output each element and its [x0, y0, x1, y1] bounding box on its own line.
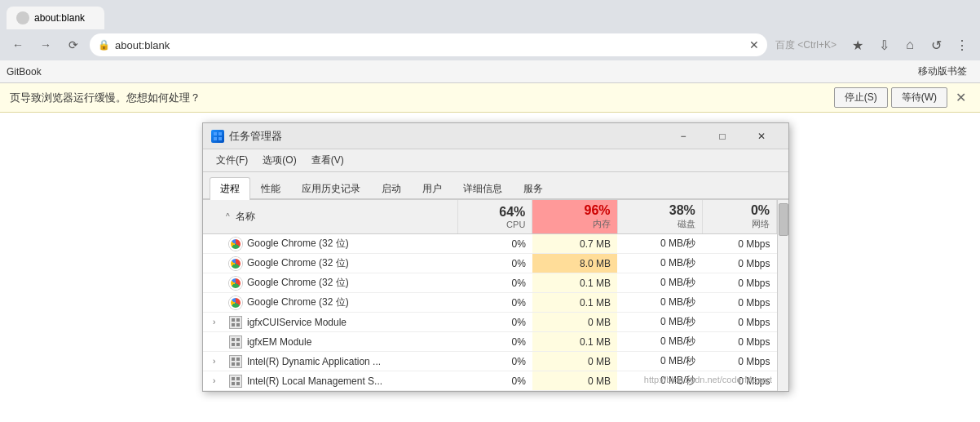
svg-rect-6 — [232, 323, 235, 326]
task-manager-window: 任务管理器 − □ ✕ 文件(F) 选项(O) 查看(V) 进程 性能 应用历史… — [202, 122, 789, 392]
cell-name: ›igfxCUIService Module — [203, 313, 458, 332]
col-header-name[interactable]: ^ 名称 — [203, 200, 458, 234]
window-app-icon — [211, 130, 224, 143]
address-text: about:blank — [115, 39, 744, 51]
cell-name: igfxEM Module — [203, 332, 458, 352]
cell-mem: 0 MB — [532, 371, 617, 391]
tab-bar: about:blank — [0, 0, 980, 29]
menu-view[interactable]: 查看(V) — [305, 151, 351, 170]
cell-net: 0 Mbps — [702, 313, 776, 332]
cell-cpu: 0% — [458, 332, 532, 352]
cell-cpu: 0% — [458, 352, 532, 371]
table-row[interactable]: Google Chrome (32 位)0%0.7 MB0 MB/秒0 Mbps — [203, 234, 777, 254]
tab-details[interactable]: 详细信息 — [452, 177, 513, 200]
col-header-cpu[interactable]: 64% CPU — [458, 200, 532, 234]
net-label: 网络 — [709, 218, 770, 230]
maximize-button[interactable]: □ — [704, 126, 741, 147]
mem-label: 内存 — [539, 218, 610, 230]
app-icon — [229, 335, 242, 349]
window-tabs: 进程 性能 应用历史记录 启动 用户 详细信息 服务 — [203, 172, 788, 200]
window-menubar: 文件(F) 选项(O) 查看(V) — [203, 149, 788, 172]
minimize-button[interactable]: − — [664, 126, 702, 147]
history-back-button[interactable]: ↺ — [925, 33, 947, 56]
expand-arrow[interactable]: › — [213, 357, 224, 366]
tab-favicon — [16, 11, 29, 24]
process-name: Google Chrome (32 位) — [247, 237, 349, 251]
cell-name: Google Chrome (32 位) — [203, 254, 458, 273]
cell-mem: 0 MB — [532, 352, 617, 371]
cell-disk: 0 MB/秒 — [617, 313, 702, 332]
table-row[interactable]: ›Intel(R) Local Management S...0%0 MB0 M… — [203, 371, 777, 391]
tab-performance[interactable]: 性能 — [250, 177, 291, 200]
chrome-icon — [229, 238, 242, 251]
tab-process[interactable]: 进程 — [210, 177, 250, 200]
chrome-icon — [229, 257, 242, 270]
bookmark-item-gitbook[interactable]: GitBook — [7, 66, 42, 78]
app-icon — [229, 375, 242, 388]
col-header-disk[interactable]: 38% 磁盘 — [617, 200, 702, 234]
disk-percent: 38% — [625, 203, 695, 218]
refresh-button[interactable]: ⟳ — [62, 33, 85, 56]
reload-icon: ✕ — [749, 38, 759, 51]
col-header-mem[interactable]: 96% 内存 — [532, 200, 617, 234]
cell-cpu: 0% — [458, 234, 532, 254]
toolbar-icons: ★ ⇩ ⌂ ↺ ⋮ — [846, 33, 973, 56]
process-name: Intel(R) Dynamic Application ... — [247, 356, 381, 367]
svg-rect-1 — [219, 132, 222, 135]
menu-button[interactable]: ⋮ — [951, 33, 973, 56]
table-row[interactable]: Google Chrome (32 位)0%8.0 MB0 MB/秒0 Mbps — [203, 254, 777, 273]
svg-rect-0 — [214, 132, 217, 135]
col-header-net[interactable]: 0% 网络 — [702, 200, 776, 234]
sort-arrow: ^ — [226, 212, 230, 221]
tab-users[interactable]: 用户 — [412, 177, 452, 200]
address-box[interactable]: 🔒 about:blank ✕ — [90, 33, 767, 56]
back-button[interactable]: ← — [7, 33, 29, 56]
scrollbar-track[interactable] — [777, 200, 788, 391]
page-content: 任务管理器 − □ ✕ 文件(F) 选项(O) 查看(V) 进程 性能 应用历史… — [0, 113, 980, 422]
mobile-bookmark-label[interactable]: 移动版书签 — [912, 63, 973, 80]
table-row[interactable]: Google Chrome (32 位)0%0.1 MB0 MB/秒0 Mbps — [203, 293, 777, 313]
net-percent: 0% — [709, 203, 770, 218]
search-placeholder-label: 百度 <Ctrl+K> — [775, 38, 837, 52]
cell-cpu: 0% — [458, 293, 532, 313]
bookmark-star-button[interactable]: ★ — [846, 33, 869, 56]
tab-services[interactable]: 服务 — [513, 177, 554, 200]
cell-disk: 0 MB/秒 — [617, 352, 702, 371]
menu-file[interactable]: 文件(F) — [210, 151, 254, 170]
download-button[interactable]: ⇩ — [872, 33, 895, 56]
cell-disk: 0 MB/秒 — [617, 254, 702, 273]
browser-tab[interactable]: about:blank — [7, 7, 104, 29]
tab-app-history[interactable]: 应用历史记录 — [291, 177, 371, 200]
cell-net: 0 Mbps — [702, 293, 776, 313]
table-row[interactable]: igfxEM Module0%0.1 MB0 MB/秒0 Mbps — [203, 332, 777, 352]
col-name-label: 名称 — [236, 211, 255, 222]
browser-chrome: about:blank ← → ⟳ 🔒 about:blank ✕ 百度 <Ct… — [0, 0, 980, 83]
forward-button[interactable]: → — [34, 33, 57, 56]
cell-cpu: 0% — [458, 371, 532, 391]
expand-arrow[interactable]: › — [213, 376, 224, 385]
expand-arrow[interactable]: › — [213, 318, 224, 326]
cell-name: Google Chrome (32 位) — [203, 273, 458, 293]
home-button[interactable]: ⌂ — [898, 33, 921, 56]
table-row[interactable]: ›igfxCUIService Module0%0 MB0 MB/秒0 Mbps — [203, 313, 777, 332]
tab-startup[interactable]: 启动 — [371, 177, 412, 200]
cell-net: 0 Mbps — [702, 332, 776, 352]
chrome-icon — [229, 277, 242, 290]
stop-button[interactable]: 停止(S) — [834, 87, 888, 108]
cell-disk: 0 MB/秒 — [617, 293, 702, 313]
svg-rect-9 — [236, 338, 240, 341]
cell-disk: 0 MB/秒 — [617, 234, 702, 254]
bookmark-bar: GitBook 移动版书签 — [0, 60, 980, 83]
cell-cpu: 0% — [458, 254, 532, 273]
notification-close-button[interactable]: ✕ — [951, 88, 970, 108]
close-button[interactable]: ✕ — [743, 126, 780, 147]
window-titlebar[interactable]: 任务管理器 − □ ✕ — [203, 123, 788, 149]
table-row[interactable]: Google Chrome (32 位)0%0.1 MB0 MB/秒0 Mbps — [203, 273, 777, 293]
table-row[interactable]: ›Intel(R) Dynamic Application ...0%0 MB0… — [203, 352, 777, 371]
wait-button[interactable]: 等待(W) — [891, 87, 947, 108]
scrollbar-thumb[interactable] — [779, 203, 788, 236]
app-icon — [229, 316, 242, 329]
window-title-text: 任务管理器 — [229, 129, 664, 144]
menu-options[interactable]: 选项(O) — [256, 151, 302, 170]
cell-mem: 0.1 MB — [532, 273, 617, 293]
